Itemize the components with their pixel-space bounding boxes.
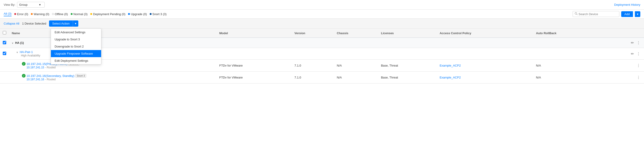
header-checkbox[interactable]	[3, 31, 6, 34]
dev1-status-icon	[22, 62, 26, 66]
header-licenses: Licenses	[378, 29, 437, 38]
table-row: 10.197.241.16(Secondary, Standby) Snort …	[0, 72, 644, 84]
dev1-ip-link[interactable]: 10.197.241.15	[26, 66, 44, 69]
group-licenses-cell	[378, 38, 437, 48]
pair-checkbox-cell	[0, 48, 9, 60]
action-bar: Collapse All 1 Device Selected Select Ac…	[0, 19, 644, 29]
group-name: HA (1)	[15, 41, 24, 45]
search-box	[572, 11, 619, 17]
dev1-checkbox-cell	[0, 60, 9, 72]
dropdown-item-upgrade-snort3[interactable]: Upgrade to Snort 3	[51, 36, 101, 43]
group-chevron[interactable]: ∨	[12, 42, 13, 44]
add-button[interactable]: Add	[621, 11, 633, 17]
pair-version-cell	[292, 48, 334, 60]
group-more-button[interactable]: ⋮	[636, 40, 641, 45]
dev2-more-button[interactable]: ⋮	[636, 75, 641, 80]
top-bar: View By: Group ▾ Deployment History	[0, 0, 644, 10]
search-input[interactable]	[578, 12, 617, 16]
filter-error[interactable]: Error (0)	[14, 12, 28, 16]
filter-snort3[interactable]: Snort 3 (3)	[150, 12, 166, 16]
pair-chevron[interactable]: ∨	[16, 51, 18, 54]
ha-pair-link[interactable]: HA-Pair-1	[20, 50, 33, 54]
dev1-rollback-cell: N/A	[533, 60, 601, 72]
filter-normal[interactable]: Normal (3)	[71, 12, 88, 16]
filter-upgrade[interactable]: Upgrade (0)	[128, 12, 147, 16]
group-rollback-cell	[533, 38, 601, 48]
dev2-chassis-cell: N/A	[334, 72, 378, 84]
pair-type: High Availability	[16, 54, 40, 57]
header-acp: Access Control Policy	[437, 29, 533, 38]
dev1-routing: - Routed	[45, 66, 56, 69]
dev2-model-cell: FTDv for VMware	[216, 72, 292, 84]
pair-licenses-cell	[378, 48, 437, 60]
dev1-more-button[interactable]: ⋮	[636, 63, 641, 68]
header-actions	[601, 29, 644, 38]
add-caret-button[interactable]: ▾	[635, 11, 640, 17]
group-select-value: Group	[19, 3, 28, 6]
pair-checkbox[interactable]	[3, 52, 6, 55]
dev1-version-cell: 7.1.0	[292, 60, 334, 72]
view-by-label: View By:	[4, 3, 15, 6]
dev2-ip-link[interactable]: 10.197.241.16	[26, 78, 44, 81]
dropdown-item-edit-advanced[interactable]: Edit Advanced Settings	[51, 29, 101, 36]
pair-chassis-cell	[334, 48, 378, 60]
group-checkbox-cell	[0, 38, 9, 48]
filter-all[interactable]: All (3)	[4, 12, 12, 16]
group-actions-cell: ✏ ⋮	[601, 38, 644, 48]
deployment-history-link[interactable]: Deployment History	[614, 3, 640, 6]
pair-rollback-cell	[533, 48, 601, 60]
pair-edit-button[interactable]: ✏	[630, 51, 635, 57]
select-action-caret[interactable]: ▾	[73, 20, 78, 27]
selected-count: 1 Device Selected	[22, 22, 46, 25]
header-chassis: Chassis	[334, 29, 378, 38]
dev1-acp-link[interactable]: Example_ACP2	[440, 64, 461, 67]
dev2-acp-link[interactable]: Example_ACP2	[440, 76, 461, 79]
dev1-chassis-cell: N/A	[334, 60, 378, 72]
dev2-routing: - Routed	[45, 78, 56, 81]
group-acp-cell	[437, 38, 533, 48]
pair-model-cell	[216, 48, 292, 60]
dev2-rollback-cell: N/A	[533, 72, 601, 84]
group-model-cell	[216, 38, 292, 48]
dev2-checkbox-cell	[0, 72, 9, 84]
filter-warning[interactable]: Warning (0)	[31, 12, 49, 16]
header-name: Name	[9, 29, 216, 38]
group-select[interactable]: Group ▾	[17, 2, 45, 7]
pair-name-cell: ∨ HA-Pair-1 High Availability	[9, 48, 216, 60]
pair-more-button[interactable]: ⋮	[636, 51, 641, 57]
dev2-version-cell: 7.1.0	[292, 72, 334, 84]
pair-acp-cell	[437, 48, 533, 60]
dropdown-item-upgrade-firepower[interactable]: Upgrade Firepower Software	[51, 50, 101, 57]
select-action-button[interactable]: Select Action	[49, 20, 73, 27]
dev2-actions-cell: ⋮	[601, 72, 644, 84]
dev1-name-cell: 10.197.241.15(Primary, Active) Snort 3 1…	[9, 60, 216, 72]
group-name-cell: ∨ HA (1)	[9, 38, 216, 48]
group-chassis-cell	[334, 38, 378, 48]
dev2-name-link[interactable]: 10.197.241.16(Secondary, Standby)	[26, 74, 74, 78]
svg-line-1	[576, 14, 577, 15]
dev1-actions-cell: ⋮	[601, 60, 644, 72]
dev2-status-icon	[22, 74, 26, 78]
dropdown-item-edit-deployment[interactable]: Edit Deployment Settings	[51, 57, 101, 64]
header-model: Model	[216, 29, 292, 38]
dev2-snort-badge: Snort 3	[75, 74, 86, 78]
group-checkbox[interactable]	[3, 41, 6, 44]
collapse-all-link[interactable]: Collapse All	[4, 22, 19, 25]
filter-deployment-pending[interactable]: Deployment Pending (0)	[90, 12, 125, 16]
search-icon	[575, 12, 578, 16]
dev2-acp-cell: Example_ACP2	[437, 72, 533, 84]
header-version: Version	[292, 29, 334, 38]
group-edit-button[interactable]: ✏	[630, 40, 635, 45]
dev1-acp-cell: Example_ACP2	[437, 60, 533, 72]
dev1-licenses-cell: Base, Threat	[378, 60, 437, 72]
dropdown-item-downgrade-snort2[interactable]: Downgrade to Snort 2	[51, 43, 101, 50]
dev2-name-cell: 10.197.241.16(Secondary, Standby) Snort …	[9, 72, 216, 84]
filter-offline[interactable]: Offline (0)	[52, 12, 68, 16]
select-action-dropdown: Edit Advanced Settings Upgrade to Snort …	[51, 28, 101, 65]
header-autorollback: Auto RollBack	[533, 29, 601, 38]
dev2-licenses-cell: Base, Threat	[378, 72, 437, 84]
group-version-cell	[292, 38, 334, 48]
group-select-chevron: ▾	[39, 3, 41, 6]
dev1-model-cell: FTDv for VMware	[216, 60, 292, 72]
pair-actions-cell: ✏ ⋮	[601, 48, 644, 60]
